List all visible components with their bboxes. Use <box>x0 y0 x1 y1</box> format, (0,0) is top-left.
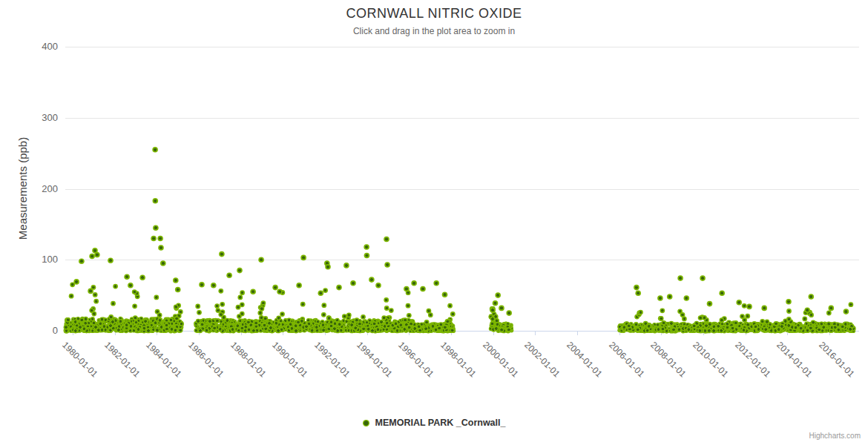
data-point[interactable] <box>809 312 814 317</box>
data-point[interactable] <box>375 327 381 332</box>
data-point[interactable] <box>276 329 281 334</box>
data-point[interactable] <box>246 320 251 325</box>
data-point[interactable] <box>361 326 366 332</box>
data-point[interactable] <box>760 319 765 324</box>
data-point[interactable] <box>225 318 230 323</box>
data-point[interactable] <box>384 320 389 326</box>
data-point[interactable] <box>267 320 272 326</box>
data-point[interactable] <box>765 320 770 325</box>
data-point[interactable] <box>635 327 640 332</box>
data-point[interactable] <box>157 318 162 323</box>
data-point[interactable] <box>720 317 725 323</box>
data-point[interactable] <box>798 326 803 331</box>
data-point[interactable] <box>626 323 631 329</box>
data-point[interactable] <box>826 311 832 316</box>
data-point[interactable] <box>406 303 411 309</box>
data-point[interactable] <box>811 320 816 325</box>
data-point[interactable] <box>111 301 116 306</box>
data-point[interactable] <box>638 310 643 315</box>
data-point[interactable] <box>364 244 369 250</box>
data-point[interactable] <box>73 329 78 334</box>
data-point[interactable] <box>211 283 217 289</box>
data-point[interactable] <box>686 327 691 332</box>
data-point[interactable] <box>321 328 326 333</box>
data-point[interactable] <box>94 252 100 258</box>
data-point[interactable] <box>323 288 328 293</box>
data-point[interactable] <box>336 285 342 291</box>
data-point[interactable] <box>73 320 78 325</box>
data-point[interactable] <box>786 299 792 305</box>
data-point[interactable] <box>660 308 665 313</box>
data-point[interactable] <box>132 303 137 309</box>
data-point[interactable] <box>704 323 709 329</box>
data-point[interactable] <box>742 317 747 323</box>
data-point[interactable] <box>804 307 810 313</box>
data-point[interactable] <box>411 280 417 286</box>
data-point[interactable] <box>395 329 400 334</box>
data-point[interactable] <box>321 312 326 317</box>
data-point[interactable] <box>447 303 453 309</box>
data-point[interactable] <box>212 326 217 331</box>
data-point[interactable] <box>684 295 690 301</box>
data-point[interactable] <box>179 321 184 326</box>
data-point[interactable] <box>734 320 739 326</box>
data-point[interactable] <box>237 295 243 300</box>
data-point[interactable] <box>219 251 225 257</box>
data-point[interactable] <box>83 320 88 326</box>
data-point[interactable] <box>379 320 384 325</box>
data-point[interactable] <box>237 314 242 319</box>
data-point[interactable] <box>667 294 673 300</box>
data-point[interactable] <box>381 315 387 320</box>
data-point[interactable] <box>697 329 703 334</box>
data-point[interactable] <box>343 263 349 268</box>
data-point[interactable] <box>88 289 93 294</box>
data-point[interactable] <box>93 292 98 297</box>
data-point[interactable] <box>761 306 767 312</box>
data-point[interactable] <box>196 319 201 324</box>
data-point[interactable] <box>136 327 141 332</box>
data-point[interactable] <box>645 328 650 333</box>
data-point[interactable] <box>389 308 394 313</box>
data-point[interactable] <box>146 329 151 334</box>
data-point[interactable] <box>325 264 331 270</box>
data-point[interactable] <box>427 309 432 314</box>
data-point[interactable] <box>802 317 807 322</box>
data-point[interactable] <box>198 328 203 333</box>
data-point[interactable] <box>254 320 259 326</box>
data-point[interactable] <box>321 303 326 308</box>
data-point[interactable] <box>309 328 315 333</box>
data-point[interactable] <box>154 295 159 300</box>
data-point[interactable] <box>91 312 96 317</box>
data-point[interactable] <box>240 302 245 307</box>
data-point[interactable] <box>420 286 426 292</box>
highcharts-credits-link[interactable]: Highcharts.com <box>809 432 861 440</box>
data-point[interactable] <box>849 302 854 307</box>
data-point[interactable] <box>168 317 174 323</box>
data-point[interactable] <box>342 314 347 319</box>
data-point[interactable] <box>821 325 826 330</box>
data-point[interactable] <box>659 316 664 321</box>
data-point[interactable] <box>300 255 306 261</box>
data-point[interactable] <box>499 327 504 332</box>
data-point[interactable] <box>393 321 398 326</box>
data-point[interactable] <box>493 300 499 306</box>
data-point[interactable] <box>361 314 366 320</box>
data-point[interactable] <box>199 282 205 288</box>
data-point[interactable] <box>490 307 496 313</box>
data-point[interactable] <box>178 328 183 333</box>
data-point[interactable] <box>329 323 334 329</box>
data-point[interactable] <box>384 306 389 311</box>
data-point[interactable] <box>450 328 455 333</box>
data-point[interactable] <box>174 316 180 321</box>
data-point[interactable] <box>490 321 495 326</box>
data-point[interactable] <box>499 306 504 312</box>
data-point[interactable] <box>848 327 853 332</box>
data-point[interactable] <box>173 277 179 283</box>
data-point[interactable] <box>79 258 85 264</box>
data-point[interactable] <box>216 308 221 313</box>
data-point[interactable] <box>257 311 263 316</box>
data-point[interactable] <box>364 253 370 259</box>
data-point[interactable] <box>143 319 148 324</box>
data-point[interactable] <box>280 312 285 317</box>
data-point[interactable] <box>346 313 352 318</box>
